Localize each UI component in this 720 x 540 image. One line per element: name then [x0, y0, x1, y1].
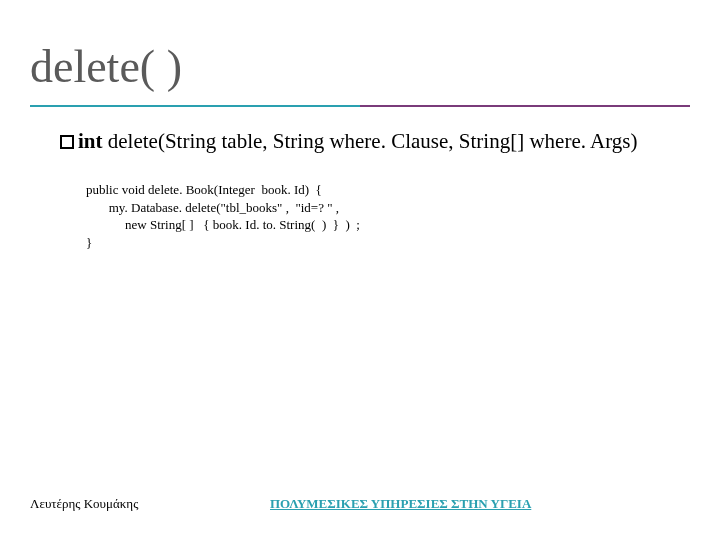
footer: Λευτέρης Κουμάκης ΠΟΛΥΜΕΣΙΚΕΣ ΥΠΗΡΕΣΙΕΣ …: [30, 496, 690, 512]
signature-rest: delete(String table, String where. Claus…: [103, 129, 638, 153]
code-line-1: public void delete. Book(Integer book. I…: [86, 182, 322, 197]
slide: delete( ) int delete(String table, Strin…: [0, 0, 720, 540]
bullet-icon: [60, 135, 74, 149]
signature-return-type: int: [78, 129, 103, 153]
code-line-4: }: [86, 235, 92, 250]
code-line-2: my. Database. delete("tbl_books" , "id=?…: [86, 200, 339, 215]
slide-title: delete( ): [30, 40, 690, 93]
method-signature: int delete(String table, String where. C…: [60, 127, 690, 155]
code-line-3: new String[ ] { book. Id. to. String( ) …: [86, 217, 360, 232]
title-underline: [30, 105, 690, 107]
code-block: public void delete. Book(Integer book. I…: [86, 181, 690, 251]
footer-author: Λευτέρης Κουμάκης: [30, 496, 138, 512]
footer-course: ΠΟΛΥΜΕΣΙΚΕΣ ΥΠΗΡΕΣΙΕΣ ΣΤΗΝ ΥΓΕΙΑ: [270, 496, 531, 512]
